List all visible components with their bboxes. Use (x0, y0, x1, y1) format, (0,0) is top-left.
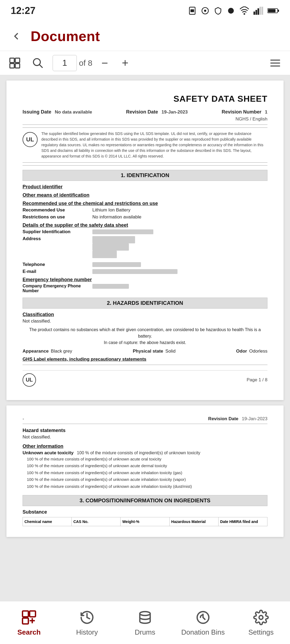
address-field: Address (23, 236, 92, 258)
donation-bins-nav-icon (194, 609, 212, 626)
sds-title: SAFETY DATA SHEET (23, 94, 267, 104)
supplier-id-value: ████████████████████ (92, 229, 153, 235)
physical-state-item: Physical state Solid (133, 349, 175, 354)
bottom-navigation: Search History Drums (0, 601, 290, 644)
svg-rect-8 (258, 8, 259, 15)
svg-rect-7 (256, 10, 257, 15)
odor-label: Odor (236, 349, 247, 354)
odor-item: Odor Odorless (236, 349, 267, 354)
section2-header: 2. HAZARDS IDENTIFICATION (23, 298, 267, 309)
supplier-details-label: Details of the supplier of the safety da… (23, 222, 267, 228)
svg-rect-12 (278, 10, 279, 12)
ul-notice: UL The supplier identified below generat… (23, 127, 267, 163)
search-nav-icon (20, 609, 38, 626)
page-number-input[interactable]: 1 (53, 55, 77, 71)
p2-dash: - (23, 416, 24, 422)
svg-rect-24 (23, 618, 28, 624)
tox-item-1: 100 % of the mixture consists of ingredi… (27, 456, 267, 463)
toolbar: 1 of 8 − + (0, 51, 290, 75)
table-header-row: Chemical name CAS No. Weight-% Hazardous… (23, 517, 267, 526)
company-emergency-blurred: ████████████ (92, 284, 129, 289)
unknown-tox-label: Unknown acute toxicity (23, 450, 74, 455)
odor-value: Odorless (249, 349, 267, 354)
properties-row: Appearance Black grey Physical state Sol… (23, 349, 267, 354)
product-identifier-label: Product identifier (23, 184, 267, 190)
nghs-line: NGHS / English (23, 116, 267, 122)
revision-number-value: 1 (265, 109, 267, 115)
col-hazardous: Hazardous Material (170, 517, 219, 526)
page-title: Document (31, 28, 100, 44)
physical-state-value: Solid (165, 349, 176, 354)
tox-item-2: 100 % of the mixture consists of ingredi… (27, 462, 267, 469)
recommended-use-label: Recommended use of the chemical and rest… (23, 201, 267, 206)
sim-icon (188, 6, 197, 15)
address-line2-blurred: ████████████ (92, 243, 129, 251)
supplier-id-row: Supplier Identification ████████████████… (23, 229, 267, 235)
nav-item-history[interactable]: History (63, 609, 111, 636)
svg-rect-16 (10, 63, 14, 68)
email-field-label: E-mail (23, 269, 92, 274)
page-of-label: of 8 (79, 58, 92, 68)
document-area[interactable]: SAFETY DATA SHEET Issuing Date No data a… (0, 75, 290, 601)
battery-icon (267, 7, 279, 14)
recommended-use-value: Lithium Ion Battery (92, 207, 130, 213)
shield-icon (214, 6, 222, 15)
telephone-blurred: ████████████████ (92, 262, 141, 267)
media-icon (201, 6, 209, 15)
page-footer-ul-logo: UL (23, 373, 36, 387)
revision-date-value: 19-Jan-2023 (162, 109, 188, 115)
ghs-label: GHS Label elements, including precaution… (23, 357, 267, 362)
svg-point-4 (228, 8, 234, 13)
revision-number-label: Revision Number (222, 109, 261, 115)
zoom-out-button[interactable]: − (97, 55, 113, 71)
svg-point-5 (244, 13, 245, 15)
page-input-group: 1 of 8 (53, 55, 92, 71)
p2-revision-info: Revision Date 19-Jan-2023 (208, 416, 267, 422)
col-date: Date HMIRA filed and (219, 517, 267, 526)
hazard-notice: The product contains no substances which… (23, 327, 267, 346)
document-page-1: SAFETY DATA SHEET Issuing Date No data a… (6, 80, 284, 400)
page1-footer: UL Page 1 / 8 (23, 370, 267, 387)
emergency-tel-label: Emergency telephone number (23, 277, 267, 283)
appearance-value: Black grey (51, 349, 72, 354)
ul-logo: UL (23, 132, 38, 147)
drums-nav-label: Drums (135, 628, 155, 636)
svg-rect-10 (262, 7, 263, 15)
svg-point-30 (259, 616, 263, 620)
telephone-value: ████████████████ (92, 262, 141, 267)
nav-item-search[interactable]: Search (5, 609, 53, 636)
nav-item-settings[interactable]: Settings (237, 609, 285, 636)
col-cas-no: CAS No. (72, 517, 121, 526)
unknown-tox-value: 100 % of the mixture consists of ingredi… (77, 451, 200, 455)
document-page-2: - Revision Date 19-Jan-2023 Hazard state… (6, 405, 284, 537)
restrictions-field: Restrictions on use (23, 214, 92, 220)
tox-item-4: 100 % of the mixture consists of ingredi… (27, 476, 267, 483)
recommended-use-field: Recommended Use (23, 207, 92, 213)
recommended-use-row: Recommended Use Lithium Ion Battery (23, 207, 267, 213)
search-button[interactable] (28, 54, 47, 72)
section3-header: 3. COMPOSITION/INFORMATION ON INGREDIENT… (23, 495, 267, 506)
issuing-date-value: No data available (55, 109, 92, 115)
wifi-icon (240, 6, 249, 15)
zoom-in-button[interactable]: + (117, 55, 133, 71)
nav-item-donation-bins[interactable]: Donation Bins (179, 609, 227, 636)
telephone-field: Telephone (23, 262, 92, 267)
svg-rect-23 (23, 611, 28, 617)
search-nav-label: Search (17, 628, 41, 636)
svg-rect-6 (253, 12, 255, 15)
p2-meta: - Revision Date 19-Jan-2023 (23, 416, 267, 422)
hazard-notice-text: The product contains no substances which… (29, 327, 261, 345)
back-button[interactable] (8, 28, 24, 44)
appearance-label: Appearance (23, 349, 49, 354)
tox-item-3: 100 % of the mixture consists of ingredi… (27, 469, 267, 476)
header: Document (0, 21, 290, 51)
meta-row-issuing: Issuing Date No data available Revision … (23, 109, 267, 115)
dot-icon (227, 6, 235, 15)
hazard-statements-label: Hazard statements (23, 428, 267, 433)
thumbnails-button[interactable] (5, 54, 24, 72)
classification-label: Classification (23, 312, 267, 317)
substance-label: Substance (23, 509, 267, 515)
more-button[interactable] (266, 54, 285, 72)
svg-rect-15 (15, 58, 20, 63)
nav-item-drums[interactable]: Drums (121, 609, 169, 636)
